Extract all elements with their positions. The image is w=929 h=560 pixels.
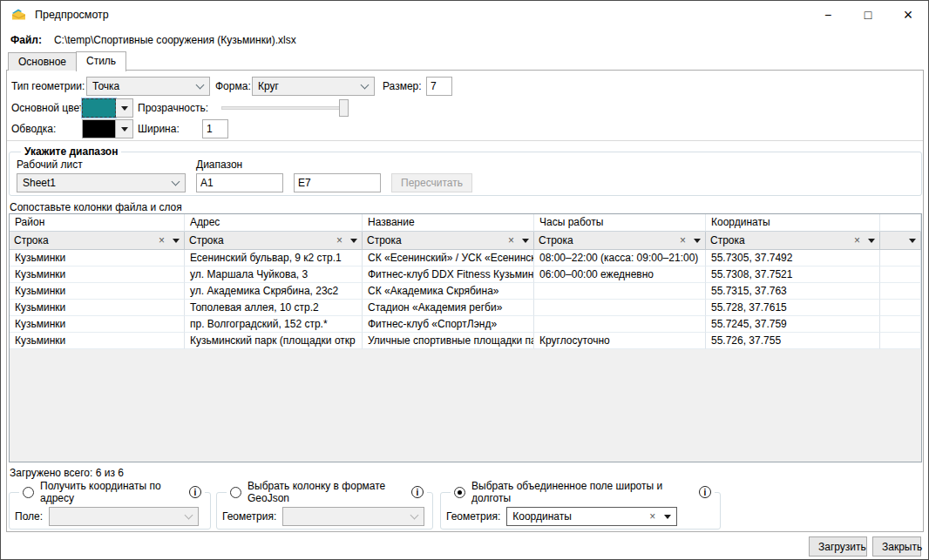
field-label: Поле: (15, 510, 43, 523)
grid-cell: Фитнес-клуб DDX Fitness Кузьминки (363, 267, 534, 283)
dropdown-icon[interactable] (522, 239, 529, 243)
tab-strip: Основное Стиль (8, 51, 125, 71)
radio-by-address[interactable] (23, 487, 34, 498)
dropdown-icon[interactable] (694, 239, 701, 243)
address-field-select[interactable] (49, 507, 199, 526)
chevron-down-icon (410, 510, 419, 519)
geometry-label: Геометрия: (446, 510, 500, 523)
dropdown-icon[interactable] (664, 515, 671, 519)
clear-icon[interactable]: × (336, 235, 342, 246)
info-icon[interactable]: i (699, 486, 711, 498)
slider-thumb[interactable] (339, 99, 349, 117)
main-color-picker[interactable] (82, 98, 133, 118)
window-title: Предпросмотр (35, 9, 109, 21)
column-header[interactable]: Адрес (185, 214, 363, 232)
preview-dialog: Предпросмотр − □ × Файл: C:\temp\Спортив… (0, 0, 929, 560)
tab-content: Тип геометрии: Точка Форма: Круг Размер:… (6, 70, 924, 532)
geometry-type-select[interactable]: Точка (86, 77, 210, 96)
grid-cell: Кузьминки (10, 250, 185, 267)
geometry-row: Тип геометрии: Точка Форма: Круг Размер: (7, 77, 923, 96)
slider-track[interactable] (221, 106, 349, 110)
radio-combined[interactable] (454, 487, 465, 498)
geometry-type-label: Тип геометрии: (11, 77, 85, 96)
worksheet-select[interactable]: Sheet1 (17, 173, 186, 192)
column-type-filter-extra[interactable] (880, 232, 921, 250)
grid-cell: ул. Академика Скрябина, 23с2 (185, 283, 363, 300)
grid-cell: 55.7245, 37.759 (706, 316, 880, 333)
grid-cell: Кузьминки (10, 300, 185, 316)
main-color-label: Основной цвет: (11, 98, 87, 118)
column-type-filter[interactable]: Строка× (706, 232, 880, 250)
grid-cell-extra (880, 250, 921, 267)
opacity-label: Прозрачность: (138, 98, 208, 118)
column-type-filter[interactable]: Строка× (10, 232, 185, 250)
main-color-dropdown-button[interactable] (116, 98, 133, 118)
column-type-filter[interactable]: Строка× (363, 232, 534, 250)
stroke-color-swatch[interactable] (82, 119, 116, 138)
grid-cell-extra (880, 283, 921, 300)
grid-cell: 55.728, 37.7615 (706, 300, 880, 316)
shape-select[interactable]: Круг (252, 77, 375, 96)
stroke-width-input[interactable] (202, 119, 228, 138)
column-header[interactable]: Название (363, 214, 534, 232)
grid-cell: пр. Волгоградский, 152 стр.* (185, 316, 363, 333)
grid-cell: Кузьминки (10, 283, 185, 300)
clear-icon[interactable]: × (854, 235, 860, 246)
radio-by-address-label: Получить координаты по адресу (40, 480, 183, 504)
dropdown-icon[interactable] (868, 239, 875, 243)
recalculate-button[interactable]: Пересчитать (391, 173, 472, 192)
load-button[interactable]: Загрузить (809, 536, 867, 557)
grid-cell: Кузьминки (10, 333, 185, 349)
clear-icon[interactable]: × (508, 235, 514, 246)
chevron-down-icon (185, 510, 193, 519)
info-icon[interactable]: i (189, 486, 201, 498)
range-end-input[interactable] (294, 173, 381, 192)
filter-type-value: Строка (14, 234, 159, 246)
maximize-button[interactable]: □ (848, 1, 888, 29)
column-type-filter[interactable]: Строка× (185, 232, 363, 250)
size-input[interactable] (426, 77, 452, 96)
grid-cell: Кузьминки (10, 267, 185, 283)
stroke-color-picker[interactable] (82, 119, 133, 138)
grid-cell (534, 316, 706, 333)
dropdown-icon[interactable] (909, 239, 916, 243)
file-label: Файл: (10, 34, 42, 46)
geojson-column-select[interactable] (282, 507, 424, 526)
grid-cell (534, 283, 706, 300)
combined-column-select[interactable]: Координаты × (506, 507, 677, 526)
stroke-width-label: Ширина: (138, 119, 180, 138)
shape-label: Форма: (215, 77, 251, 96)
grid-cell: Фитнес-клуб «СпортЛэнд» (363, 316, 534, 333)
radio-geojson[interactable] (230, 487, 241, 498)
column-header[interactable]: Координаты (706, 214, 880, 232)
grid-cell: 55.7308, 37.7521 (706, 267, 880, 283)
dropdown-icon[interactable] (173, 239, 180, 243)
opacity-slider[interactable] (221, 99, 349, 117)
column-header[interactable]: Часы работы (534, 214, 706, 232)
clear-icon[interactable]: × (680, 235, 686, 246)
column-header[interactable]: Район (10, 214, 185, 232)
clear-icon[interactable]: × (159, 235, 165, 246)
file-row: Файл: C:\temp\Спортивные сооружения (Куз… (10, 34, 296, 46)
grid-cell-extra (880, 316, 921, 333)
column-type-filter[interactable]: Строка× (534, 232, 706, 250)
grid-cell: ул. Маршала Чуйкова, 3 (185, 267, 363, 283)
minimize-button[interactable]: − (808, 1, 848, 29)
dropdown-icon[interactable] (350, 239, 357, 243)
stroke-color-dropdown-button[interactable] (116, 119, 133, 138)
filter-type-value: Строка (710, 234, 854, 246)
tab-main[interactable]: Основное (8, 52, 77, 71)
grid-cell: 55.7305, 37.7492 (706, 250, 880, 267)
main-color-swatch[interactable] (82, 98, 116, 118)
style-panel: Тип геометрии: Точка Форма: Круг Размер:… (7, 71, 923, 141)
tab-style[interactable]: Стиль (76, 51, 126, 71)
mapping-grid: РайонАдресНазваниеЧасы работыКоординатыС… (9, 213, 922, 462)
grid-cell: СК «Академика Скрябина» (363, 283, 534, 300)
info-icon[interactable]: i (411, 486, 424, 498)
range-start-input[interactable] (196, 173, 283, 192)
close-window-button[interactable]: × (888, 1, 928, 29)
clear-icon[interactable]: × (649, 510, 655, 523)
close-button[interactable]: Закрыть (872, 536, 921, 557)
stroke-row: Обводка: Ширина: (7, 119, 923, 138)
range-group: Укажите диапазон Рабочий лист Диапазон S… (9, 145, 922, 196)
